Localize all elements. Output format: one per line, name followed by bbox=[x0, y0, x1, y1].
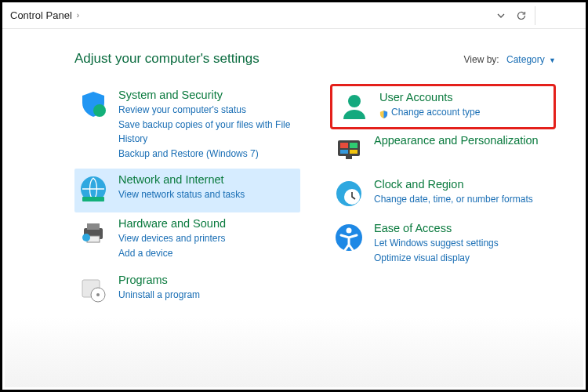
category-title[interactable]: User Accounts bbox=[379, 91, 480, 103]
category-text: Ease of AccessLet Windows suggest settin… bbox=[374, 222, 499, 265]
category-personalize[interactable]: Appearance and Personalization bbox=[330, 129, 556, 173]
category-link[interactable]: View devices and printers bbox=[118, 231, 226, 246]
category-text: User AccountsChange account type bbox=[379, 91, 480, 122]
category-link[interactable]: Let Windows suggest settings bbox=[374, 236, 499, 251]
uac-shield-icon bbox=[379, 108, 388, 117]
category-title[interactable]: Appearance and Personalization bbox=[374, 134, 539, 147]
category-link[interactable]: Backup and Restore (Windows 7) bbox=[118, 147, 297, 162]
address-bar: Control Panel › bbox=[2, 2, 586, 29]
search-input[interactable] bbox=[535, 6, 578, 25]
category-title[interactable]: Programs bbox=[118, 274, 200, 286]
category-programs[interactable]: ProgramsUninstall a program bbox=[74, 269, 300, 313]
dropdown-button[interactable] bbox=[491, 5, 511, 26]
category-link[interactable]: Change date, time, or number formats bbox=[374, 192, 533, 207]
bottom-fade bbox=[5, 317, 583, 387]
ease-icon bbox=[333, 222, 365, 253]
printer-icon bbox=[78, 217, 109, 249]
view-by-control[interactable]: View by: Category ▼ bbox=[464, 54, 556, 65]
category-link[interactable]: Optimize visual display bbox=[374, 251, 499, 266]
programs-icon bbox=[78, 274, 109, 305]
category-ease[interactable]: Ease of AccessLet Windows suggest settin… bbox=[330, 217, 556, 273]
page-title: Adjust your computer's settings bbox=[74, 51, 260, 67]
category-link[interactable]: Save backup copies of your files with Fi… bbox=[118, 118, 297, 147]
category-link[interactable]: Review your computer's status bbox=[118, 103, 297, 118]
left-column: System and SecurityReview your computer'… bbox=[74, 84, 300, 313]
category-link[interactable]: Add a device bbox=[118, 246, 226, 261]
header-row: Adjust your computer's settings View by:… bbox=[74, 51, 556, 67]
category-title[interactable]: Ease of Access bbox=[374, 222, 499, 234]
caret-down-icon: ▼ bbox=[549, 56, 556, 64]
view-by-value[interactable]: Category bbox=[506, 54, 545, 65]
category-text: Clock and RegionChange date, time, or nu… bbox=[374, 178, 533, 209]
category-text: System and SecurityReview your computer'… bbox=[118, 89, 297, 161]
chevron-down-icon bbox=[496, 11, 506, 20]
shield-icon bbox=[78, 89, 109, 120]
category-columns: System and SecurityReview your computer'… bbox=[74, 84, 556, 313]
clock-icon bbox=[333, 178, 365, 209]
category-user[interactable]: User AccountsChange account type bbox=[330, 84, 556, 129]
right-column: User AccountsChange account typeAppearan… bbox=[330, 84, 556, 313]
globe-icon bbox=[78, 173, 109, 205]
category-link[interactable]: View network status and tasks bbox=[118, 187, 245, 202]
category-shield[interactable]: System and SecurityReview your computer'… bbox=[74, 84, 300, 169]
category-clock[interactable]: Clock and RegionChange date, time, or nu… bbox=[330, 173, 556, 217]
category-globe[interactable]: Network and InternetView network status … bbox=[74, 169, 300, 212]
breadcrumb-root[interactable]: Control Panel bbox=[10, 9, 72, 21]
category-text: Network and InternetView network status … bbox=[118, 173, 245, 205]
category-title[interactable]: Hardware and Sound bbox=[118, 217, 226, 230]
breadcrumb[interactable]: Control Panel › bbox=[10, 9, 491, 21]
category-link[interactable]: Uninstall a program bbox=[118, 288, 200, 303]
category-text: ProgramsUninstall a program bbox=[118, 274, 200, 305]
category-printer[interactable]: Hardware and SoundView devices and print… bbox=[74, 212, 300, 268]
content-area: Adjust your computer's settings View by:… bbox=[2, 29, 586, 313]
category-link[interactable]: Change account type bbox=[379, 105, 480, 120]
view-by-label: View by: bbox=[464, 54, 499, 65]
personalize-icon bbox=[333, 134, 365, 165]
category-title[interactable]: System and Security bbox=[118, 89, 297, 101]
category-title[interactable]: Clock and Region bbox=[374, 178, 533, 191]
refresh-icon bbox=[516, 10, 527, 21]
refresh-button[interactable] bbox=[511, 5, 532, 26]
category-text: Hardware and SoundView devices and print… bbox=[118, 217, 226, 260]
chevron-right-icon: › bbox=[77, 11, 79, 20]
user-icon bbox=[339, 91, 370, 122]
category-text: Appearance and Personalization bbox=[374, 134, 539, 165]
category-title[interactable]: Network and Internet bbox=[118, 173, 245, 186]
